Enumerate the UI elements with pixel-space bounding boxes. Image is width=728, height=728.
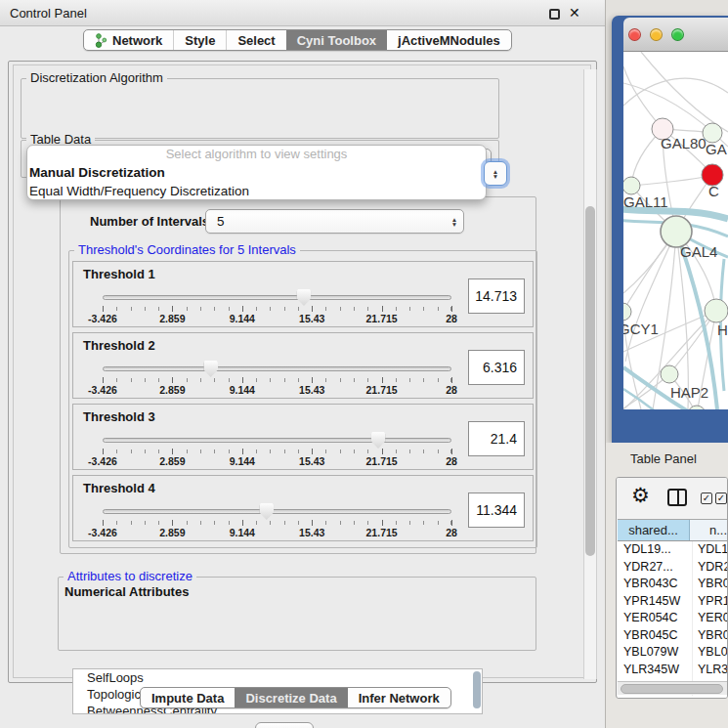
- table-panel-title: Table Panel: [630, 451, 697, 466]
- svg-text:HAP2: HAP2: [670, 384, 708, 401]
- slider-track[interactable]: [103, 366, 451, 371]
- table-row[interactable]: YDL19...YDL1...: [618, 541, 727, 559]
- table-row[interactable]: YBR043CYBR0...: [618, 576, 727, 593]
- svg-text:H: H: [717, 321, 728, 338]
- slider-thumb[interactable]: [371, 432, 386, 449]
- table-row[interactable]: YER054CYER0...: [618, 610, 727, 627]
- svg-text:GAL80: GAL80: [661, 135, 707, 151]
- thresholds-group: Threshold's Coordinates for 5 Intervals …: [68, 250, 537, 548]
- list-item[interactable]: SelfLoops: [73, 669, 482, 686]
- tick-label: 15.43: [299, 455, 324, 467]
- slider-major-ticks: [103, 377, 452, 383]
- threshold-1-panel: Threshold 1 -3.426 2.859 9.144 15.43 21.…: [72, 261, 534, 327]
- tab-jactivemnodules[interactable]: jActiveMNodules: [387, 30, 511, 50]
- zoom-traffic-light-icon[interactable]: [671, 28, 684, 41]
- list-scrollbar-thumb[interactable]: [473, 671, 481, 708]
- checkbox-icon[interactable]: ✓: [715, 492, 727, 504]
- tab-infer-network[interactable]: Infer Network: [348, 688, 450, 707]
- tick-label: 2.859: [159, 527, 185, 538]
- table-horizontal-scrollbar-thumb[interactable]: [621, 684, 723, 694]
- apply-button[interactable]: Apply: [255, 722, 314, 728]
- threshold-4-value-field[interactable]: 11.344: [468, 492, 525, 528]
- threshold-3-value-field[interactable]: 21.4: [468, 421, 525, 456]
- table-row[interactable]: YLR345WYLR3...: [618, 662, 727, 679]
- tick-label: 28: [446, 313, 457, 324]
- slider-major-ticks: [103, 449, 452, 454]
- threshold-1-slider[interactable]: -3.426 2.859 9.144 15.43 21.715 28: [103, 289, 451, 326]
- attributes-group-title: Attributes to discretize: [64, 570, 196, 583]
- table-row[interactable]: YBR045CYBR0...: [618, 627, 727, 645]
- tick-label: 28: [446, 527, 457, 538]
- tab-network-label: Network: [112, 33, 162, 48]
- slider-track[interactable]: [103, 295, 451, 300]
- tick-label: 2.859: [159, 455, 185, 467]
- slider-thumb[interactable]: [296, 289, 311, 306]
- thresholds-group-title: Threshold's Coordinates for 5 Intervals: [74, 243, 300, 257]
- network-view-window: GAL80GACGAL11GAL4GCY1HHAP2: [612, 16, 728, 443]
- tick-label: 15.43: [299, 313, 324, 324]
- minimize-traffic-light-icon[interactable]: [650, 28, 663, 41]
- dropdown-option-manual-discretization[interactable]: Manual Discretization: [27, 163, 486, 182]
- threshold-1-value-field[interactable]: 14.713: [468, 278, 525, 314]
- table-row[interactable]: YPR145WYPR1...: [618, 593, 727, 611]
- slider-track[interactable]: [103, 438, 451, 443]
- svg-text:GCY1: GCY1: [623, 321, 659, 337]
- dropdown-placeholder-item[interactable]: Select algorithm to view settings: [27, 146, 486, 163]
- stepper-arrows-icon: ▲▼: [448, 217, 463, 227]
- network-svg: GAL80GACGAL11GAL4GCY1HHAP2: [623, 52, 728, 409]
- split-columns-icon[interactable]: [667, 489, 687, 506]
- slider-major-ticks: [103, 306, 452, 312]
- tick-label: -3.426: [88, 527, 117, 538]
- tab-select[interactable]: Select: [226, 30, 285, 50]
- threshold-2-value-field[interactable]: 6.316: [468, 350, 525, 385]
- column-header-shared-name[interactable]: shared...: [618, 520, 690, 540]
- algorithm-dropdown-popup: Select algorithm to view settings Manual…: [26, 145, 487, 200]
- tab-discretize-data[interactable]: Discretize Data: [235, 688, 347, 707]
- svg-text:GA: GA: [706, 141, 727, 157]
- tick-label: 9.144: [230, 455, 255, 467]
- slider-thumb[interactable]: [203, 361, 218, 377]
- table-panel: Table Panel ⚙ ✓ ✓ shared... n... YDL19..…: [606, 443, 728, 728]
- column-header-name[interactable]: n...: [690, 520, 727, 540]
- tab-cyni-toolbox[interactable]: Cyni Toolbox: [286, 30, 387, 50]
- cyni-mode-tabs: Impute Data Discretize Data Infer Networ…: [140, 687, 451, 708]
- table-row[interactable]: YBL079WYBL0...: [618, 644, 727, 662]
- threshold-2-slider[interactable]: -3.426 2.859 9.144 15.43 21.715 28: [103, 361, 451, 398]
- close-traffic-light-icon[interactable]: [628, 28, 641, 41]
- slider-thumb[interactable]: [259, 503, 274, 520]
- discretize-tab-content: Discretization Algorithm Table Data galF…: [13, 64, 591, 678]
- network-icon: [95, 33, 107, 48]
- gear-icon[interactable]: ⚙: [631, 484, 650, 507]
- table-row[interactable]: YDR27...YDR2...: [618, 559, 727, 577]
- cyni-toolbox-panel: Discretization Algorithm Table Data galF…: [8, 61, 597, 683]
- table-panel-card: ⚙ ✓ ✓ shared... n... YDL19...YDL1... YDR…: [616, 477, 728, 699]
- tick-label: -3.426: [88, 313, 117, 324]
- float-window-icon[interactable]: [549, 9, 560, 20]
- tick-label: 28: [446, 455, 457, 467]
- tab-network[interactable]: Network: [84, 30, 173, 50]
- threshold-2-label: Threshold 2: [83, 338, 155, 353]
- algorithm-select-focused-end[interactable]: ▲▼: [484, 161, 507, 186]
- control-panel-tabs: Network Style Select Cyni Toolbox jActiv…: [83, 29, 512, 51]
- tick-label: -3.426: [88, 455, 117, 467]
- close-icon[interactable]: ✕: [569, 5, 580, 21]
- network-canvas[interactable]: GAL80GACGAL11GAL4GCY1HHAP2: [623, 52, 728, 409]
- threshold-1-label: Threshold 1: [83, 267, 155, 281]
- threshold-3-slider[interactable]: -3.426 2.859 9.144 15.43 21.715 28: [103, 432, 451, 469]
- checkbox-icon[interactable]: ✓: [701, 492, 712, 504]
- control-panel-titlebar: Control Panel ✕: [0, 0, 605, 26]
- tick-label: 21.715: [366, 313, 398, 324]
- network-window-titlebar[interactable]: [623, 18, 728, 52]
- tab-style[interactable]: Style: [173, 30, 226, 50]
- slider-major-ticks: [103, 520, 452, 526]
- interval-definition-group: Interval Definition Number of Intervals …: [60, 196, 536, 554]
- threshold-4-slider[interactable]: -3.426 2.859 9.144 15.43 21.715 28: [103, 503, 451, 540]
- tab-impute-data[interactable]: Impute Data: [141, 688, 235, 707]
- content-scrollbar-thumb[interactable]: [585, 206, 595, 556]
- node-table: shared... n... YDL19...YDL1... YDR27...Y…: [618, 519, 727, 698]
- slider-track[interactable]: [103, 509, 451, 514]
- table-horizontal-scrollbar[interactable]: [618, 681, 727, 695]
- control-panel-window: Control Panel ✕ Network Style Select Cyn…: [0, 0, 606, 728]
- number-of-intervals-select[interactable]: 5 ▲▼: [205, 209, 464, 234]
- dropdown-option-equal-width-frequency[interactable]: Equal Width/Frequency Discretization: [27, 182, 486, 200]
